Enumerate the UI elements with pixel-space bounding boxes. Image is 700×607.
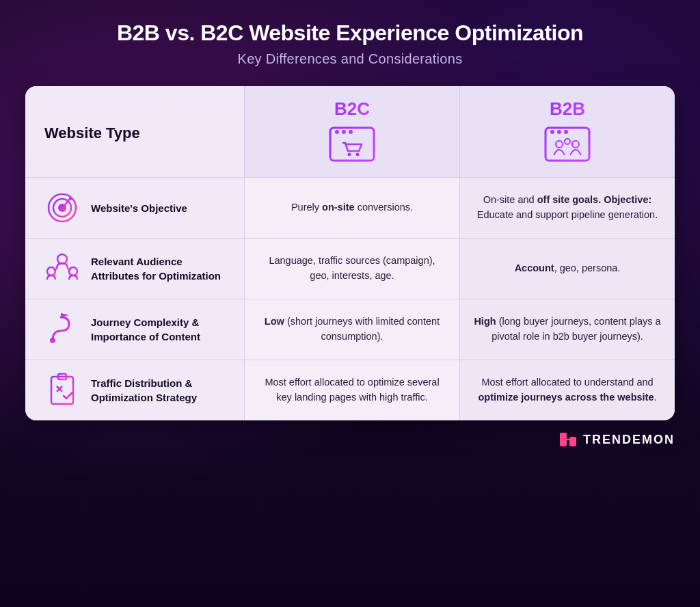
objective-b2c: Purely on-site conversions. (244, 177, 459, 238)
traffic-b2b: Most effort allocated to understand and … (459, 360, 675, 420)
sub-title: Key Differences and Considerations (238, 51, 463, 67)
objective-b2b: On-site and off site goals. Objective: E… (459, 177, 675, 238)
b2c-header-cell: B2C (244, 86, 459, 177)
svg-point-22 (47, 267, 55, 275)
audience-b2b-text: Account, geo, persona. (515, 261, 621, 276)
svg-point-26 (50, 338, 55, 343)
journey-label: Journey Complexity & Importance of Conte… (91, 315, 230, 344)
traffic-b2c-text: Most effort allocated to optimize severa… (258, 375, 446, 405)
traffic-b2b-text: Most effort allocated to understand and … (474, 375, 661, 405)
brand-name: TRENDEMON (583, 433, 675, 447)
svg-point-6 (356, 153, 360, 157)
comparison-table: Website Type B2C (25, 86, 675, 420)
audience-b2b: Account, geo, persona. (459, 238, 675, 299)
svg-rect-29 (51, 377, 73, 404)
svg-rect-33 (560, 433, 567, 446)
svg-point-2 (335, 130, 339, 134)
traffic-icon (44, 373, 80, 408)
svg-point-23 (69, 267, 77, 275)
svg-point-3 (342, 130, 346, 134)
b2c-column-title: B2C (334, 98, 370, 120)
svg-point-9 (550, 130, 554, 134)
svg-point-11 (564, 130, 568, 134)
main-title: B2B vs. B2C Website Experience Optimizat… (117, 21, 583, 46)
b2b-header-cell: B2B (459, 86, 675, 177)
table-header-label: Website Type (25, 86, 244, 177)
objective-icon (44, 190, 80, 226)
website-type-header: Website Type (44, 124, 140, 142)
audience-b2c: Language, traffic sources (campaign), ge… (244, 238, 459, 299)
objective-label-cell: Website's Objective (25, 177, 244, 238)
b2c-icon (327, 125, 377, 166)
journey-b2c: Low (short journeys with limited content… (244, 299, 459, 360)
journey-b2b-text: High (long buyer journeys, content plays… (474, 314, 661, 345)
traffic-label-cell: Traffic Distribution & Optimization Stra… (25, 360, 244, 420)
audience-b2c-text: Language, traffic sources (campaign), ge… (258, 254, 446, 284)
svg-point-14 (565, 139, 570, 144)
audience-label: Relevant Audience Attributes for Optimiz… (91, 254, 230, 283)
objective-label: Website's Objective (91, 201, 187, 215)
svg-point-5 (348, 153, 351, 157)
svg-point-13 (572, 141, 579, 148)
svg-point-10 (557, 130, 561, 134)
trendemon-logo-icon (558, 430, 578, 449)
objective-b2b-text: On-site and off site goals. Objective: E… (474, 193, 661, 223)
traffic-b2c: Most effort allocated to optimize severa… (244, 360, 459, 420)
b2b-icon (543, 125, 592, 166)
svg-point-12 (556, 141, 563, 148)
b2b-column-title: B2B (550, 98, 585, 120)
journey-icon (44, 312, 80, 347)
objective-b2c-text: Purely on-site conversions. (291, 200, 413, 215)
footer: TRENDEMON (25, 430, 675, 449)
svg-rect-34 (569, 437, 576, 446)
audience-icon (44, 251, 80, 286)
brand-logo: TRENDEMON (558, 430, 675, 449)
journey-b2b: High (long buyer journeys, content plays… (459, 299, 675, 360)
journey-b2c-text: Low (short journeys with limited content… (258, 314, 446, 345)
svg-point-4 (349, 130, 353, 134)
traffic-label: Traffic Distribution & Optimization Stra… (91, 376, 230, 405)
audience-label-cell: Relevant Audience Attributes for Optimiz… (25, 238, 244, 299)
svg-marker-28 (61, 313, 69, 317)
journey-label-cell: Journey Complexity & Importance of Conte… (25, 299, 244, 360)
